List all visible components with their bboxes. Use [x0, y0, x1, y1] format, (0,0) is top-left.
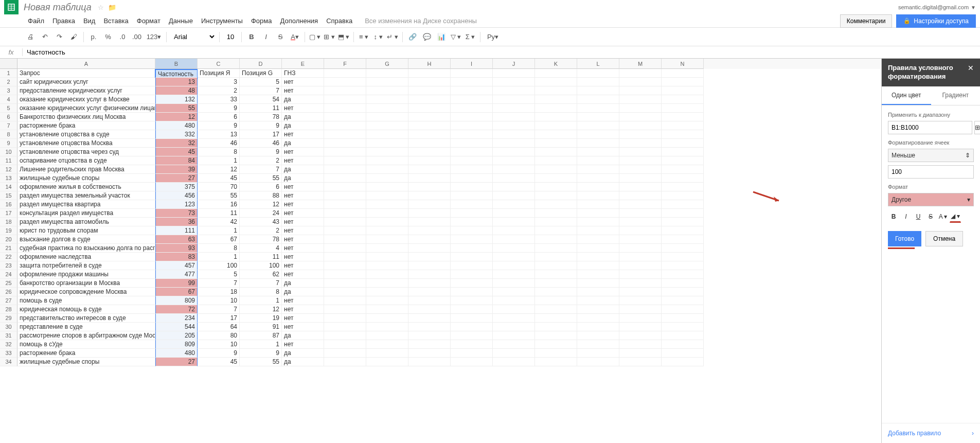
- cell-frequency[interactable]: 480: [155, 349, 198, 358]
- cell[interactable]: [408, 174, 451, 183]
- cell[interactable]: [535, 95, 577, 104]
- cell-query[interactable]: защита потребителей в суде: [17, 261, 155, 270]
- cell[interactable]: [577, 191, 619, 200]
- cell-pos-ya[interactable]: 17: [198, 314, 240, 323]
- cell-query[interactable]: помощь в суде: [17, 296, 155, 305]
- input-language-button[interactable]: Ру ▾: [484, 30, 502, 44]
- cell[interactable]: [577, 148, 619, 156]
- cell[interactable]: [535, 270, 577, 279]
- cell-pos-ya[interactable]: 100: [198, 261, 240, 270]
- cell-pos-ya[interactable]: 5: [198, 270, 240, 279]
- cell[interactable]: [366, 183, 408, 191]
- column-header-K[interactable]: K: [535, 59, 577, 69]
- cell[interactable]: [408, 305, 451, 314]
- header-cell-C[interactable]: Позиция Я: [198, 69, 240, 78]
- cell[interactable]: [451, 218, 493, 226]
- cell[interactable]: [577, 95, 619, 104]
- cell[interactable]: [324, 235, 366, 244]
- cell-pos-g[interactable]: 11: [240, 104, 282, 113]
- cell[interactable]: [662, 113, 704, 121]
- row-header[interactable]: 33: [0, 349, 17, 358]
- cell[interactable]: [577, 218, 619, 226]
- cell[interactable]: [493, 288, 535, 296]
- fill-color-button[interactable]: ▢ ▾: [308, 30, 322, 44]
- row-header[interactable]: 2: [0, 78, 17, 86]
- row-header[interactable]: 8: [0, 130, 17, 139]
- row-header[interactable]: 13: [0, 174, 17, 183]
- cell[interactable]: [408, 270, 451, 279]
- share-button[interactable]: 🔒 Настройки доступа: [896, 14, 976, 28]
- row-header[interactable]: 7: [0, 121, 17, 130]
- cell[interactable]: [577, 156, 619, 165]
- cell-query[interactable]: жилищные судебные споры: [17, 358, 155, 366]
- cell[interactable]: [535, 86, 577, 95]
- cell[interactable]: [535, 78, 577, 86]
- cell[interactable]: [662, 288, 704, 296]
- cell[interactable]: [366, 148, 408, 156]
- cell-gnz[interactable]: нет: [282, 323, 324, 331]
- cell[interactable]: [619, 226, 662, 235]
- cell-query[interactable]: банкротство организации в Москва: [17, 279, 155, 288]
- cell[interactable]: [535, 305, 577, 314]
- formula-input[interactable]: [23, 48, 980, 56]
- cell[interactable]: [324, 113, 366, 121]
- cell-gnz[interactable]: да: [282, 174, 324, 183]
- row-header[interactable]: 10: [0, 148, 17, 156]
- cell[interactable]: [366, 191, 408, 200]
- cell-pos-ya[interactable]: 7: [198, 305, 240, 314]
- cell[interactable]: [535, 113, 577, 121]
- cell[interactable]: [619, 121, 662, 130]
- sheets-logo-icon[interactable]: [4, 0, 19, 14]
- cell[interactable]: [662, 226, 704, 235]
- cell-pos-g[interactable]: 46: [240, 139, 282, 148]
- cell[interactable]: [493, 69, 535, 78]
- h-align-button[interactable]: ≡ ▾: [357, 30, 370, 44]
- cell[interactable]: [619, 174, 662, 183]
- row-header[interactable]: 20: [0, 235, 17, 244]
- strikethrough-button[interactable]: S: [274, 30, 287, 44]
- cell[interactable]: [493, 253, 535, 261]
- cell[interactable]: [577, 235, 619, 244]
- cell[interactable]: [619, 148, 662, 156]
- spreadsheet-grid[interactable]: ABCDEFGHIJKLMN 1ЗапросЧастотностьПозиция…: [0, 59, 881, 443]
- cell[interactable]: [493, 183, 535, 191]
- cell-pos-g[interactable]: 78: [240, 235, 282, 244]
- cell[interactable]: [493, 148, 535, 156]
- cell[interactable]: [366, 253, 408, 261]
- cell-pos-g[interactable]: 12: [240, 305, 282, 314]
- column-header-F[interactable]: F: [324, 59, 366, 69]
- cell[interactable]: [451, 104, 493, 113]
- cell[interactable]: [619, 130, 662, 139]
- cell-query[interactable]: рассмотрение споров в арбитражном суде М…: [17, 331, 155, 340]
- cell[interactable]: [619, 139, 662, 148]
- cancel-button[interactable]: Отмена: [925, 231, 963, 246]
- cell[interactable]: [451, 270, 493, 279]
- cell[interactable]: [577, 270, 619, 279]
- cell-query[interactable]: сайт юридических услуг: [17, 78, 155, 86]
- cell[interactable]: [662, 296, 704, 305]
- cell[interactable]: [577, 139, 619, 148]
- menu-данные[interactable]: Данные: [165, 15, 197, 27]
- cell[interactable]: [662, 349, 704, 358]
- cell[interactable]: [493, 226, 535, 235]
- cell[interactable]: [577, 165, 619, 174]
- cell[interactable]: [662, 183, 704, 191]
- cell-query[interactable]: юрист по трудовым спорам: [17, 226, 155, 235]
- cell-frequency[interactable]: 99: [155, 279, 198, 288]
- font-size-input[interactable]: [223, 32, 238, 42]
- cell-pos-ya[interactable]: 2: [198, 86, 240, 95]
- cell[interactable]: [451, 314, 493, 323]
- cell[interactable]: [324, 209, 366, 218]
- cell[interactable]: [366, 340, 408, 349]
- column-header-A[interactable]: A: [17, 59, 155, 69]
- cell-frequency[interactable]: 73: [155, 209, 198, 218]
- column-header-J[interactable]: J: [493, 59, 535, 69]
- cell[interactable]: [535, 331, 577, 340]
- menu-форма[interactable]: Форма: [247, 15, 276, 27]
- cell[interactable]: [662, 340, 704, 349]
- cell-gnz[interactable]: нет: [282, 340, 324, 349]
- cell[interactable]: [366, 165, 408, 174]
- cell[interactable]: [324, 244, 366, 253]
- cell-query[interactable]: установление отцовства Москва: [17, 139, 155, 148]
- cell[interactable]: [493, 314, 535, 323]
